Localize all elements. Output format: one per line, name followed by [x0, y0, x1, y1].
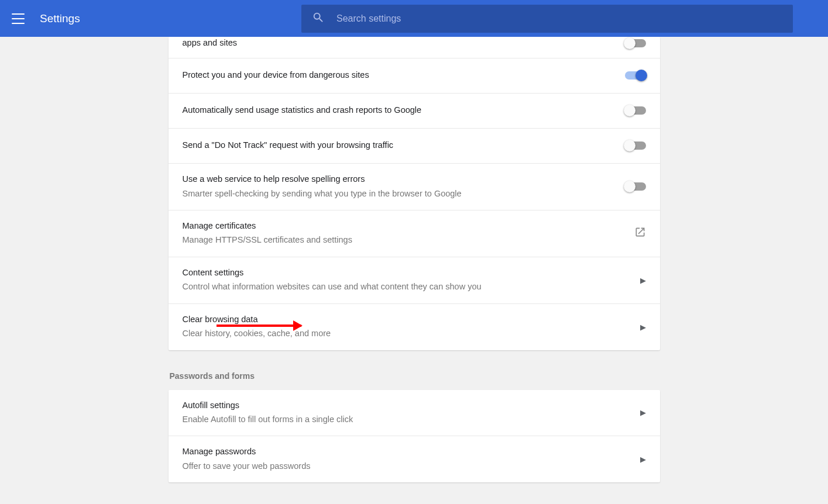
toggle-switch[interactable]: [625, 39, 646, 47]
privacy-card: apps and sites Protect you and your devi…: [169, 37, 660, 350]
settings-row: Use a web service to help resolve spelli…: [169, 163, 660, 210]
passwords-card: Autofill settings Enable Autofill to fil…: [169, 390, 660, 483]
row-text: Send a "Do Not Track" request with your …: [183, 139, 625, 152]
settings-row: Protect you and your device from dangero…: [169, 58, 660, 93]
row-title: Send a "Do Not Track" request with your …: [183, 139, 625, 152]
row-subtitle: Control what information websites can us…: [183, 280, 640, 294]
toggle-switch[interactable]: [625, 106, 646, 115]
row-text: Use a web service to help resolve spelli…: [183, 173, 625, 201]
content-area: apps and sites Protect you and your devi…: [0, 37, 828, 504]
row-text: Manage certificates Manage HTTPS/SSL cer…: [183, 220, 634, 247]
row-text: Clear browsing data Clear history, cooki…: [183, 313, 640, 341]
row-text: Automatically send usage statistics and …: [183, 104, 625, 117]
row-title: apps and sites: [183, 37, 625, 50]
open-external-icon[interactable]: [634, 226, 646, 240]
toggle-switch[interactable]: [625, 141, 646, 150]
chevron-right-icon: ▶: [640, 323, 646, 332]
row-title: Protect you and your device from dangero…: [183, 69, 625, 82]
row-title: Manage passwords: [183, 446, 640, 458]
row-subtitle: Offer to save your web passwords: [183, 460, 640, 473]
row-subtitle: Manage HTTPS/SSL certificates and settin…: [183, 233, 634, 247]
search-bar[interactable]: [301, 5, 793, 33]
row-title: Content settings: [183, 267, 640, 279]
row-subtitle: Smarter spell-checking by sending what y…: [183, 187, 625, 201]
settings-row: apps and sites: [169, 37, 660, 58]
row-text: apps and sites: [183, 37, 625, 50]
chevron-right-icon: ▶: [640, 455, 646, 464]
chevron-right-icon: ▶: [640, 408, 646, 417]
row-title: Manage certificates: [183, 220, 634, 233]
search-icon: [312, 11, 325, 26]
row-subtitle: Clear history, cookies, cache, and more: [183, 327, 640, 340]
row-text: Protect you and your device from dangero…: [183, 69, 625, 82]
row-title: Autofill settings: [183, 399, 640, 412]
settings-row[interactable]: Content settings Control what informatio…: [169, 257, 660, 303]
settings-row[interactable]: Autofill settings Enable Autofill to fil…: [169, 390, 660, 436]
section-header-passwords: Passwords and forms: [170, 371, 660, 381]
page-title: Settings: [40, 12, 80, 25]
chevron-right-icon: ▶: [640, 276, 646, 285]
toggle-switch[interactable]: [625, 71, 646, 80]
toggle-switch[interactable]: [625, 182, 646, 191]
row-title: Automatically send usage statistics and …: [183, 104, 625, 117]
row-text: Manage passwords Offer to save your web …: [183, 446, 640, 473]
settings-row[interactable]: Clear browsing data Clear history, cooki…: [169, 303, 660, 350]
app-header: Settings: [0, 0, 828, 37]
row-subtitle: Enable Autofill to fill out forms in a s…: [183, 413, 640, 426]
row-text: Autofill settings Enable Autofill to fil…: [183, 399, 640, 427]
row-text: Content settings Control what informatio…: [183, 267, 640, 294]
menu-icon[interactable]: [12, 13, 25, 24]
row-title: Clear browsing data: [183, 313, 640, 326]
settings-row[interactable]: Manage certificates Manage HTTPS/SSL cer…: [169, 210, 660, 257]
row-title: Use a web service to help resolve spelli…: [183, 173, 625, 186]
settings-row: Send a "Do Not Track" request with your …: [169, 128, 660, 163]
settings-row: Automatically send usage statistics and …: [169, 93, 660, 128]
search-input[interactable]: [336, 13, 782, 24]
settings-row[interactable]: Manage passwords Offer to save your web …: [169, 436, 660, 482]
